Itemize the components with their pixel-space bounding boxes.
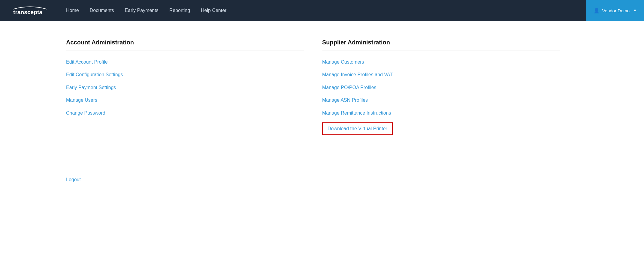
nav-documents[interactable]: Documents <box>90 8 114 13</box>
manage-asn-profiles-link[interactable]: Manage ASN Profiles <box>322 97 560 104</box>
logout-link[interactable]: Logout <box>66 177 81 182</box>
early-payment-settings-link[interactable]: Early Payment Settings <box>66 84 304 91</box>
nav-help-center[interactable]: Help Center <box>201 8 226 13</box>
account-admin-column: Account Administration Edit Account Prof… <box>66 39 322 141</box>
chevron-down-icon: ▼ <box>633 8 637 13</box>
nav-early-payments[interactable]: Early Payments <box>125 8 159 13</box>
manage-remittance-instructions-link[interactable]: Manage Remittance Instructions <box>322 110 560 116</box>
supplier-admin-title: Supplier Administration <box>322 39 560 50</box>
svg-text:transcepta: transcepta <box>13 9 42 15</box>
account-admin-title: Account Administration <box>66 39 304 50</box>
supplier-admin-column: Supplier Administration Manage Customers… <box>322 39 578 141</box>
logo[interactable]: transcepta <box>6 3 54 18</box>
manage-customers-link[interactable]: Manage Customers <box>322 59 560 65</box>
manage-users-link[interactable]: Manage Users <box>66 97 304 104</box>
edit-configuration-settings-link[interactable]: Edit Configuration Settings <box>66 71 304 78</box>
logout-section: Logout <box>0 165 644 194</box>
download-virtual-printer-link[interactable]: Download the Virtual Printer <box>322 122 393 135</box>
manage-po-poa-profiles-link[interactable]: Manage PO/POA Profiles <box>322 84 560 91</box>
change-password-link[interactable]: Change Password <box>66 110 304 116</box>
user-icon: 👤 <box>594 8 600 14</box>
manage-invoice-profiles-link[interactable]: Manage Invoice Profiles and VAT <box>322 71 560 78</box>
main-content: Account Administration Edit Account Prof… <box>0 21 644 159</box>
user-label: Vendor Demo <box>602 8 630 13</box>
navbar: transcepta Home Documents Early Payments… <box>0 0 644 21</box>
user-menu[interactable]: 👤 Vendor Demo ▼ <box>586 0 644 21</box>
edit-account-profile-link[interactable]: Edit Account Profile <box>66 59 304 65</box>
navbar-links: Home Documents Early Payments Reporting … <box>66 8 638 13</box>
nav-home[interactable]: Home <box>66 8 79 13</box>
nav-reporting[interactable]: Reporting <box>169 8 190 13</box>
